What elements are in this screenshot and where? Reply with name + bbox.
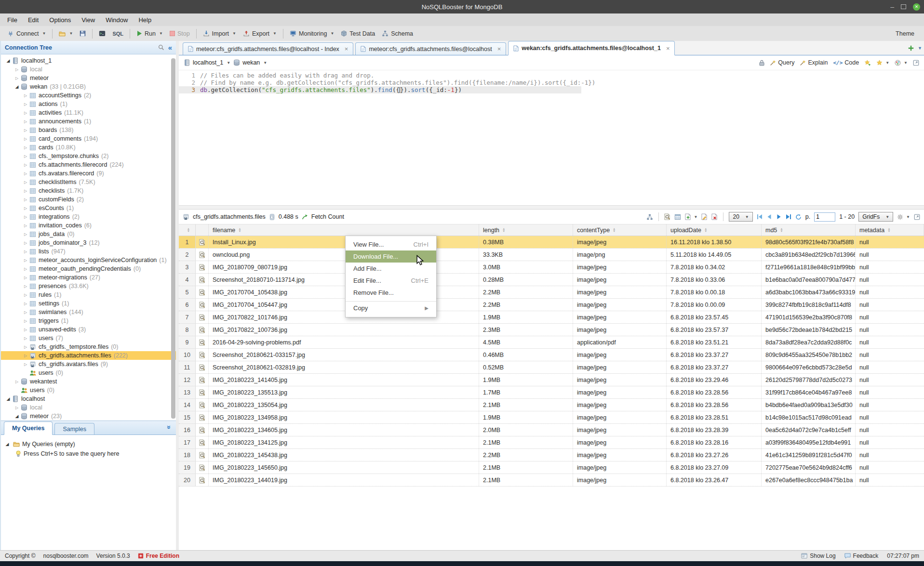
- tree-item[interactable]: ▷ cfs_gridfs.avatars.files (9): [1, 360, 176, 369]
- tree-item[interactable]: ◢ meteor (23): [1, 412, 176, 421]
- query-builder-button[interactable]: Query: [770, 59, 794, 66]
- tree-item[interactable]: ▷ activities (11.1K): [1, 108, 176, 117]
- tree-item[interactable]: ▷ cards (10.8K): [1, 143, 176, 152]
- tab-samples[interactable]: Samples: [54, 423, 94, 434]
- preview-file-icon[interactable]: [196, 236, 209, 248]
- tree-item[interactable]: ▷ card_comments (194): [1, 134, 176, 143]
- site-link[interactable]: nosqlbooster.com: [43, 553, 89, 559]
- expander-icon[interactable]: ▷: [22, 328, 29, 332]
- edit-document-icon[interactable]: [701, 213, 708, 220]
- expander-icon[interactable]: ▷: [22, 241, 29, 245]
- expander-icon[interactable]: ▷: [22, 102, 29, 106]
- lock-icon[interactable]: [759, 60, 764, 66]
- tree-item[interactable]: ▷ swimlanes (144): [1, 308, 176, 316]
- expander-icon[interactable]: ◢: [5, 396, 12, 401]
- tree-item[interactable]: ▷ actions (1): [1, 100, 176, 108]
- preview-file-icon[interactable]: [196, 261, 209, 273]
- fetch-count-icon[interactable]: [302, 214, 308, 220]
- tree-item[interactable]: ▷ announcements (1): [1, 117, 176, 126]
- expander-icon[interactable]: ▷: [22, 258, 29, 263]
- tab-list-icon[interactable]: ▼: [918, 46, 922, 51]
- table-row[interactable]: 5 IMG_20170704_105438.jpg 2.2MB image/jp…: [179, 286, 924, 299]
- menu-item[interactable]: View: [76, 13, 100, 26]
- preview-file-icon[interactable]: [196, 411, 209, 423]
- first-page-icon[interactable]: [757, 214, 763, 220]
- table-row[interactable]: 10 Screenshot_20180621-033157.jpg 0.46MB…: [179, 349, 924, 361]
- maximize-results-icon[interactable]: [914, 214, 920, 220]
- expander-icon[interactable]: ▷: [22, 345, 29, 349]
- tree-item[interactable]: ▷ invitation_codes (6): [1, 221, 176, 230]
- expander-icon[interactable]: ▷: [22, 284, 29, 289]
- expander-icon[interactable]: ▷: [13, 76, 20, 80]
- connect-button[interactable]: Connect▼: [4, 29, 49, 39]
- expander-icon[interactable]: ▷: [22, 354, 29, 358]
- context-menu-item[interactable]: Remove File...: [346, 287, 436, 299]
- preview-file-icon[interactable]: [196, 474, 209, 486]
- options-menu[interactable]: ▼: [895, 60, 908, 66]
- page-number-input[interactable]: [814, 212, 835, 222]
- expander-icon[interactable]: ▷: [22, 128, 29, 132]
- tree-item[interactable]: ▷ meteor_accounts_loginServiceConfigurat…: [1, 256, 176, 264]
- tree-item[interactable]: ▷ cfs_gridfs._tempstore.files (0): [1, 342, 176, 351]
- expander-icon[interactable]: ▷: [13, 67, 20, 72]
- expander-icon[interactable]: ▷: [22, 119, 29, 124]
- header-metadata[interactable]: metadata▲▼: [856, 224, 924, 236]
- header-md5[interactable]: md5▲▼: [762, 224, 856, 236]
- table-row[interactable]: 6 IMG_20170704_105447.jpg 2.2MB image/jp…: [179, 299, 924, 311]
- code-line[interactable]: 2// Find by name e.g. db.getCollection("…: [179, 79, 924, 86]
- add-document-button[interactable]: ▼: [685, 213, 698, 220]
- tree-item[interactable]: ▷ local: [1, 65, 176, 74]
- table-view-icon[interactable]: [674, 214, 681, 220]
- table-row[interactable]: 4 Screenshot_20180710-113714.jpg 0.28MB …: [179, 274, 924, 286]
- expander-icon[interactable]: ▷: [22, 362, 29, 367]
- expander-icon[interactable]: ▷: [22, 145, 29, 150]
- test-data-button[interactable]: Test Data: [337, 29, 378, 39]
- table-row[interactable]: 16 IMG_20180223_134605.jpg 2.0MB image/j…: [179, 424, 924, 436]
- search-icon[interactable]: [158, 44, 164, 51]
- tree-item[interactable]: ▷ jobs_dominator_3 (12): [1, 238, 176, 247]
- preview-file-icon[interactable]: [196, 424, 209, 436]
- expander-icon[interactable]: ▷: [22, 93, 29, 98]
- export-button[interactable]: Export▼: [240, 29, 280, 39]
- connection-selector[interactable]: localhost_1▼: [184, 59, 230, 66]
- feedback-button[interactable]: Feedback: [844, 553, 879, 559]
- tree-item[interactable]: ▷ presences (33.6K): [1, 282, 176, 290]
- table-row[interactable]: 9 2016-04-29-solving-problems.pdf 4.5MB …: [179, 336, 924, 349]
- open-file-button[interactable]: ▼: [55, 29, 76, 38]
- expander-icon[interactable]: ▷: [22, 180, 29, 184]
- tree-item[interactable]: ▷ triggers (1): [1, 316, 176, 325]
- close-tab-icon[interactable]: ×: [666, 45, 670, 52]
- expander-icon[interactable]: ◢: [5, 58, 12, 63]
- page-size-select[interactable]: 20▼: [729, 212, 752, 222]
- query-editor[interactable]: 1// Files can be added easily with drag …: [179, 70, 924, 205]
- tree-item[interactable]: ◢ localhost: [1, 395, 176, 403]
- tree-item[interactable]: ▷ users (7): [1, 334, 176, 342]
- table-row[interactable]: 8 IMG_20170822_100736.jpg 2.3MB image/jp…: [179, 324, 924, 336]
- expander-icon[interactable]: ▷: [22, 319, 29, 323]
- close-button[interactable]: ✕: [913, 3, 920, 11]
- my-queries-folder[interactable]: ◢ My Queries (empty): [4, 439, 176, 449]
- context-menu-item[interactable]: Copy ▶: [346, 301, 436, 315]
- maximize-editor-icon[interactable]: [913, 60, 919, 66]
- theme-button[interactable]: Theme: [896, 30, 920, 37]
- preview-file-icon[interactable]: [196, 449, 209, 461]
- menu-item[interactable]: Edit: [23, 13, 44, 26]
- tree-item[interactable]: ▷ checklistItems (7.5K): [1, 178, 176, 186]
- menu-item[interactable]: Window: [100, 13, 133, 26]
- tree-item[interactable]: ◢ localhost_1: [1, 56, 176, 65]
- preview-file-icon[interactable]: [196, 461, 209, 474]
- editor-tab[interactable]: meteor:cfs_gridfs.attachments.files@loca…: [355, 42, 506, 55]
- save-button[interactable]: [76, 29, 89, 38]
- tree-item[interactable]: ▷ esCounts (1): [1, 204, 176, 212]
- tree-item[interactable]: ▷ rules (1): [1, 290, 176, 299]
- menu-item[interactable]: File: [2, 13, 23, 26]
- expander-icon[interactable]: ▷: [22, 197, 29, 202]
- preview-file-icon[interactable]: [196, 311, 209, 323]
- expander-icon[interactable]: ▷: [22, 163, 29, 167]
- tree-item[interactable]: ▷ cfs.attachments.filerecord (224): [1, 160, 176, 169]
- editor-tab[interactable]: meteor:cfs_gridfs.attachments.files@loca…: [183, 42, 353, 55]
- expander-icon[interactable]: ◢: [13, 414, 20, 419]
- table-row[interactable]: 2 owncloud.png 33.3KB image/png 5.11.201…: [179, 249, 924, 261]
- table-row[interactable]: 14 IMG_20180223_135054.jpg 2.1MB image/j…: [179, 399, 924, 411]
- add-favorite-icon[interactable]: [864, 60, 871, 66]
